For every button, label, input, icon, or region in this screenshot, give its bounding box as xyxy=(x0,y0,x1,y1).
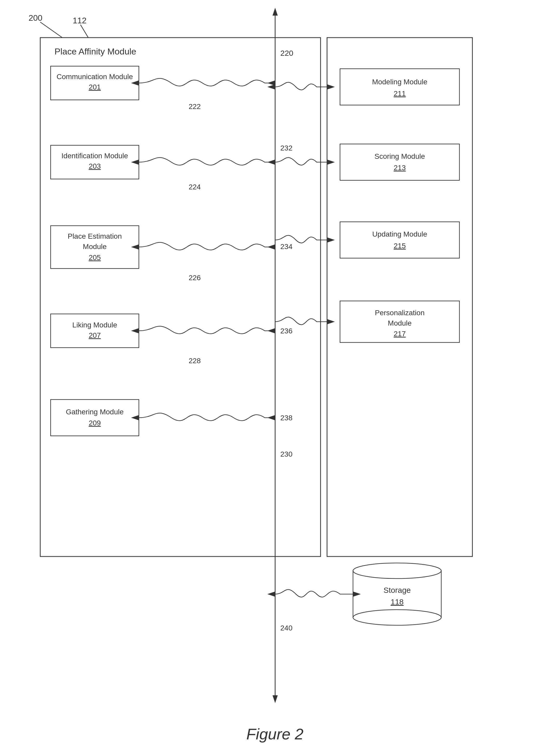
storage-name: Storage xyxy=(383,586,411,594)
svg-marker-30 xyxy=(327,319,335,324)
svg-rect-14 xyxy=(340,222,459,258)
svg-marker-26 xyxy=(327,84,335,90)
svg-marker-23 xyxy=(267,328,275,333)
modeling-module-num: 211 xyxy=(394,90,406,98)
place-module-name1: Place Estimation xyxy=(68,232,122,240)
label-238: 238 xyxy=(280,414,293,422)
svg-rect-15 xyxy=(340,301,459,342)
svg-marker-27 xyxy=(267,84,275,90)
svg-rect-11 xyxy=(327,38,472,556)
svg-rect-6 xyxy=(51,66,139,100)
svg-marker-35 xyxy=(267,592,275,597)
updating-module-num: 215 xyxy=(394,242,406,250)
label-230: 230 xyxy=(280,450,293,458)
personal-module-num: 217 xyxy=(394,330,406,338)
storage-num: 118 xyxy=(391,597,404,606)
svg-rect-13 xyxy=(340,144,459,180)
svg-rect-10 xyxy=(51,400,139,436)
svg-line-1 xyxy=(80,25,88,38)
gather-module-num: 209 xyxy=(89,419,101,427)
figure-caption: Figure 2 xyxy=(246,725,304,743)
svg-point-32 xyxy=(353,563,441,579)
modeling-module-name: Modeling Module xyxy=(372,78,427,86)
gather-module-name: Gathering Module xyxy=(66,408,124,416)
svg-marker-34 xyxy=(353,592,361,597)
svg-marker-29 xyxy=(327,237,335,243)
label-234: 234 xyxy=(280,243,293,251)
svg-rect-12 xyxy=(340,69,459,105)
comm-module-num: 201 xyxy=(89,83,101,91)
ref-200-label: 200 xyxy=(29,13,42,23)
svg-rect-7 xyxy=(51,145,139,179)
svg-marker-5 xyxy=(272,695,278,703)
label-220: 220 xyxy=(280,49,293,57)
svg-rect-2 xyxy=(40,38,321,556)
label-228: 228 xyxy=(189,357,201,365)
updating-module-name: Updating Module xyxy=(372,230,427,238)
svg-marker-28 xyxy=(327,160,335,165)
liking-module-num: 207 xyxy=(89,331,101,339)
svg-marker-22 xyxy=(131,328,139,333)
place-module-name2: Module xyxy=(83,243,107,251)
svg-marker-4 xyxy=(272,8,278,16)
personal-module-name2: Module xyxy=(388,319,412,327)
svg-point-33 xyxy=(353,610,441,625)
svg-marker-16 xyxy=(131,80,139,86)
place-module-num: 205 xyxy=(89,253,101,262)
scoring-module-num: 213 xyxy=(394,164,406,172)
svg-rect-9 xyxy=(51,314,139,348)
svg-marker-24 xyxy=(131,415,139,420)
ref-112-label: 112 xyxy=(73,16,86,25)
label-224: 224 xyxy=(189,183,201,191)
svg-marker-21 xyxy=(267,244,275,250)
liking-module-name: Liking Module xyxy=(72,321,117,329)
svg-marker-20 xyxy=(131,244,139,250)
svg-marker-17 xyxy=(267,80,275,86)
label-226: 226 xyxy=(189,274,201,282)
label-232: 232 xyxy=(280,144,293,152)
svg-marker-25 xyxy=(267,415,275,420)
svg-marker-18 xyxy=(131,160,139,165)
svg-rect-31 xyxy=(353,571,441,617)
personal-module-name1: Personalization xyxy=(375,309,424,317)
label-236: 236 xyxy=(280,327,293,335)
scoring-module-name: Scoring Module xyxy=(375,152,425,160)
ident-module-num: 203 xyxy=(89,162,101,170)
svg-marker-19 xyxy=(267,160,275,165)
outer-box-title: Place Affinity Module xyxy=(54,46,136,56)
comm-module-name: Communication Module xyxy=(57,73,133,81)
svg-rect-8 xyxy=(51,226,139,269)
label-240: 240 xyxy=(280,624,293,632)
label-222: 222 xyxy=(189,102,201,111)
ident-module-name: Identification Module xyxy=(61,152,128,160)
svg-line-0 xyxy=(40,22,62,38)
